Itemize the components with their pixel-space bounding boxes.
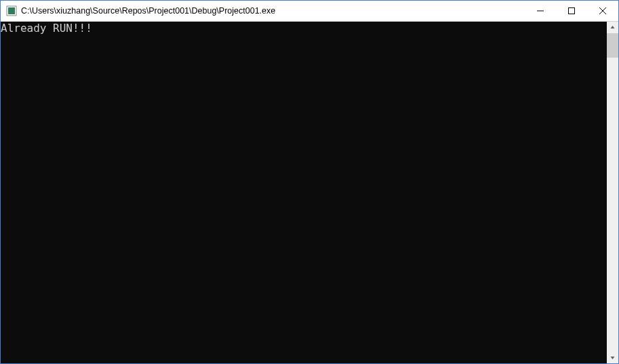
close-button[interactable] (587, 1, 618, 21)
titlebar[interactable]: C:\Users\xiuzhang\Source\Repos\Project00… (1, 1, 618, 22)
scroll-down-button[interactable] (607, 352, 618, 363)
window-title: C:\Users\xiuzhang\Source\Repos\Project00… (21, 6, 525, 16)
window-controls (525, 1, 618, 21)
window: C:\Users\xiuzhang\Source\Repos\Project00… (0, 0, 619, 364)
vertical-scrollbar[interactable] (607, 22, 618, 363)
svg-rect-1 (8, 7, 15, 14)
app-icon (6, 5, 17, 16)
maximize-button[interactable] (556, 1, 587, 21)
scroll-track[interactable] (607, 33, 618, 352)
client-area: Already RUN!!! (1, 22, 618, 363)
svg-rect-3 (569, 8, 575, 14)
scroll-thumb[interactable] (607, 33, 618, 58)
console-output[interactable]: Already RUN!!! (1, 22, 607, 363)
scroll-up-button[interactable] (607, 22, 618, 33)
minimize-button[interactable] (525, 1, 556, 21)
